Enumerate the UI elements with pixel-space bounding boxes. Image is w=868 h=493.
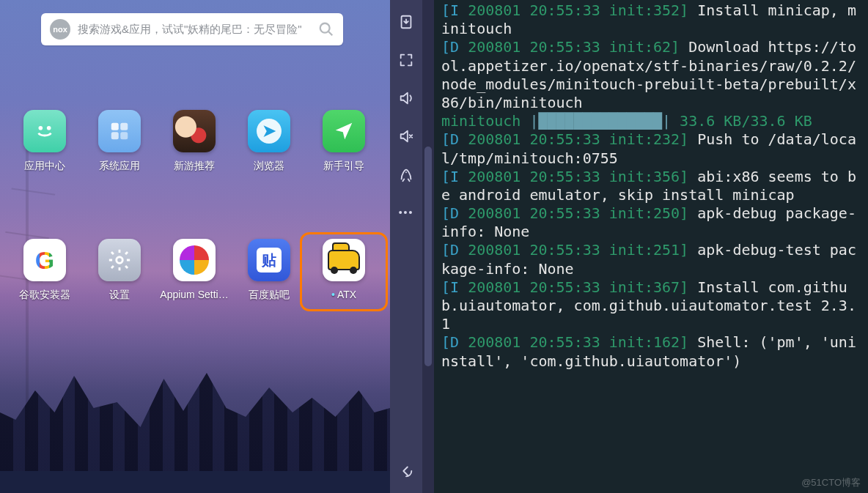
app-label: ATX <box>331 289 356 300</box>
app-baidu-tieba[interactable]: 贴 百度贴吧 <box>235 239 304 302</box>
log-line: [D 200801 20:55:33 init:232] Push to /da… <box>441 130 862 167</box>
svg-point-0 <box>320 23 330 33</box>
app-google-installer[interactable]: G 谷歌安装器 <box>10 239 79 302</box>
svg-rect-7 <box>120 132 128 139</box>
paper-plane-icon <box>323 110 365 152</box>
game-art-icon <box>173 110 216 152</box>
app-label: 系统应用 <box>99 160 140 173</box>
more-button[interactable]: ••• <box>397 204 415 221</box>
app-new-games[interactable]: 新游推荐 <box>160 110 229 173</box>
folder-icon <box>98 110 141 152</box>
app-grid: 应用中心 系统应用 新游推荐 ➤ 浏览器 新手引导 G 谷歌安装器 <box>10 110 378 302</box>
appium-swirl-icon <box>173 239 216 281</box>
back-button[interactable] <box>397 462 415 480</box>
wallpaper-skyline <box>0 346 390 493</box>
app-atx[interactable]: ATX <box>305 237 383 306</box>
svg-rect-6 <box>111 132 119 139</box>
search-bar[interactable]: nox 搜索游戏&应用，试试"妖精的尾巴：无尽冒险" <box>41 13 343 45</box>
app-app-center[interactable]: 应用中心 <box>10 110 79 173</box>
log-line: [D 200801 20:55:33 init:251] apk-debug-t… <box>441 241 862 278</box>
app-label: 应用中心 <box>24 160 65 173</box>
log-line: [D 200801 20:55:33 init:62] Download htt… <box>441 38 862 112</box>
app-settings[interactable]: 设置 <box>85 239 154 302</box>
log-line: [D 200801 20:55:33 init:162] Shell: ('pm… <box>441 333 862 370</box>
app-system-apps[interactable]: 系统应用 <box>85 110 154 173</box>
svg-point-8 <box>117 257 123 264</box>
boost-rocket-button[interactable] <box>397 166 415 183</box>
svg-line-1 <box>328 31 333 36</box>
log-line: [I 200801 20:55:33 init:352] Install min… <box>441 1 862 38</box>
app-label: 浏览器 <box>254 160 284 173</box>
browser-icon: ➤ <box>248 110 290 152</box>
gear-icon <box>98 239 141 281</box>
log-line: [I 200801 20:55:33 init:367] Install com… <box>441 278 862 334</box>
svg-point-3 <box>48 127 50 129</box>
google-g-icon: G <box>23 239 66 281</box>
app-label: 新游推荐 <box>174 160 215 173</box>
svg-point-2 <box>40 127 42 129</box>
app-newbie-guide[interactable]: 新手引导 <box>309 110 378 173</box>
taxi-icon <box>323 239 365 281</box>
terminal-output[interactable]: [I 200801 20:55:33 init:352] Install min… <box>434 0 868 493</box>
search-icon[interactable] <box>318 21 334 37</box>
android-emulator: nox 搜索游戏&应用，试试"妖精的尾巴：无尽冒险" 应用中心 系统应用 新游推… <box>0 0 390 493</box>
log-line: [I 200801 20:55:33 init:356] abi:x86 see… <box>441 168 862 204</box>
app-label: 新手引导 <box>323 160 364 173</box>
watermark: @51CTO博客 <box>801 477 861 489</box>
search-placeholder: 搜索游戏&应用，试试"妖精的尾巴：无尽冒险" <box>78 23 318 37</box>
volume-up-button[interactable] <box>397 89 415 107</box>
app-browser[interactable]: ➤ 浏览器 <box>235 110 304 173</box>
install-apk-button[interactable] <box>397 13 415 31</box>
svg-rect-4 <box>111 123 119 130</box>
emulator-scrollbar[interactable] <box>422 0 434 493</box>
fullscreen-button[interactable] <box>397 51 415 69</box>
app-label: Appium Setti… <box>160 289 228 300</box>
log-line: minitouch |██████████████| 33.6 KB/33.6 … <box>441 112 862 130</box>
smile-icon <box>23 110 66 152</box>
scrollbar-thumb[interactable] <box>424 147 432 366</box>
volume-down-button[interactable] <box>397 127 415 145</box>
log-line: [D 200801 20:55:33 init:250] apk-debug p… <box>441 204 862 241</box>
app-appium-settings[interactable]: Appium Setti… <box>160 239 229 302</box>
svg-rect-5 <box>120 123 128 130</box>
app-label: 谷歌安装器 <box>19 289 70 302</box>
app-label: 设置 <box>109 289 130 302</box>
emulator-toolbar: ••• <box>390 0 422 493</box>
tieba-icon: 贴 <box>248 239 290 281</box>
nox-logo-icon: nox <box>50 19 70 40</box>
app-label: 百度贴吧 <box>249 289 290 302</box>
